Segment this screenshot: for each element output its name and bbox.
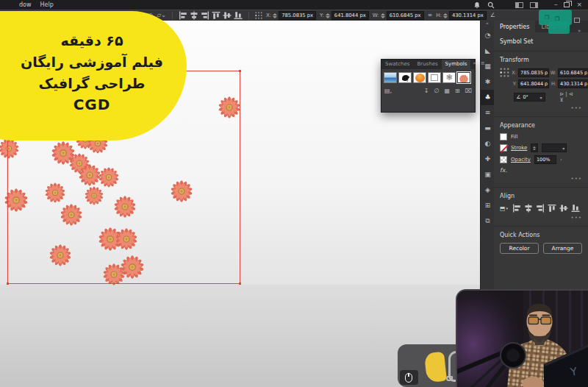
shear-icon[interactable]: ∠ xyxy=(490,12,495,19)
align-to-dropdown[interactable]: ⬒▾ xyxy=(500,205,508,212)
align-center-icon[interactable] xyxy=(190,11,198,20)
selection-handle-bottom-right[interactable] xyxy=(239,283,241,285)
symbol-libraries-icon[interactable]: ▤, xyxy=(384,88,392,95)
fill-label[interactable]: Fill xyxy=(511,134,517,140)
constrain-proportions-icon[interactable]: ∞ xyxy=(428,12,433,19)
h-field[interactable]: 430.1314 px xyxy=(449,11,487,20)
align-bottom-icon[interactable] xyxy=(571,204,580,213)
rotate-dropdown[interactable]: ∠ 0° ▾ xyxy=(514,93,545,102)
align-more-options[interactable]: ••• xyxy=(500,215,582,221)
symbol-thumb-water[interactable] xyxy=(384,72,397,83)
align-left-icon[interactable] xyxy=(179,11,187,20)
panel-menu-icon[interactable]: ≡ xyxy=(478,60,487,69)
w-value-field[interactable]: 610.6845 p xyxy=(558,68,588,77)
x-value-field[interactable]: 785.0835 p xyxy=(518,68,549,77)
panel-collapse-icon[interactable]: » xyxy=(470,60,478,69)
selection-type-label: Symbol Set xyxy=(500,38,582,45)
symbol-thumb-registration-frame[interactable] xyxy=(428,72,441,83)
stroke-weight-stepper[interactable] xyxy=(531,143,538,152)
recolor-button[interactable]: Recolor xyxy=(500,243,539,254)
symbols-panel-icon[interactable]: ♣ xyxy=(481,90,495,105)
align-bottom-icon[interactable] xyxy=(234,11,243,20)
promo-line-graphic-design: طراحی گرافیک xyxy=(3,73,181,94)
swatches-panel-icon[interactable]: ▣ xyxy=(481,167,495,182)
tab-brushes[interactable]: Brushes xyxy=(413,60,441,69)
opacity-label[interactable]: Opacity xyxy=(511,157,531,163)
transform-section-title: Transform xyxy=(500,57,582,63)
restore-button[interactable] xyxy=(564,2,570,7)
align-center-icon[interactable] xyxy=(524,204,533,213)
tab-properties[interactable]: Properties xyxy=(494,21,535,32)
y-value-field[interactable]: 641.8044 p xyxy=(518,79,549,88)
align-top-icon[interactable] xyxy=(548,204,556,213)
flip-icons[interactable]: ⊳|⊲ ⊻ xyxy=(560,91,583,103)
align-middle-icon[interactable] xyxy=(559,204,568,213)
align-right-icon[interactable] xyxy=(536,204,545,213)
document-layout-icon[interactable] xyxy=(530,2,538,8)
fill-swatch[interactable] xyxy=(500,133,507,141)
symbol-thumb-gear-outline[interactable]: ❃ xyxy=(442,72,456,83)
expand-panels-icon[interactable]: « xyxy=(481,21,494,28)
align-top-icon[interactable] xyxy=(212,11,220,20)
x-field[interactable]: 785.0835 px xyxy=(279,11,316,20)
search-icon[interactable] xyxy=(487,1,495,9)
rotate-view-panel-icon[interactable]: ◔ xyxy=(481,28,495,43)
tab-swatches[interactable]: Swatches xyxy=(381,60,413,69)
menu-window[interactable]: dow xyxy=(19,1,32,8)
symbol-thumb-ink-splatter[interactable] xyxy=(398,72,412,83)
align-middle-icon[interactable] xyxy=(223,11,232,20)
opacity-expand-icon[interactable]: › xyxy=(560,157,562,163)
workspace-switcher-icon[interactable] xyxy=(515,2,523,8)
h-stepper[interactable] xyxy=(443,13,448,18)
notifications-bell-icon[interactable] xyxy=(473,1,481,9)
export-panel-icon[interactable]: ⧉ xyxy=(481,213,495,229)
symbol-thumb-orange-sphere[interactable] xyxy=(413,72,426,83)
gradient-panel-icon[interactable]: ▬ xyxy=(481,121,495,136)
watermark-glyph: ❒ xyxy=(555,16,559,22)
minimize-button[interactable]: – xyxy=(554,1,558,8)
opacity-value-field[interactable]: 100% xyxy=(534,155,556,164)
tab-symbols[interactable]: Symbols xyxy=(442,60,471,69)
y-label: Y: xyxy=(512,81,517,87)
effects-button[interactable]: fx. xyxy=(500,167,582,174)
artboards-panel-icon[interactable]: ⊞ xyxy=(481,198,495,213)
selection-handle-top-right[interactable] xyxy=(239,70,241,72)
reference-point-icon[interactable] xyxy=(500,68,509,77)
x-stepper[interactable] xyxy=(273,13,277,18)
color-panel-icon[interactable]: ✚ xyxy=(481,152,495,167)
w-stepper[interactable] xyxy=(381,13,385,18)
place-symbol-icon[interactable]: ↧ xyxy=(424,88,429,95)
stroke-label[interactable]: Stroke xyxy=(511,145,527,151)
transform-more-options[interactable]: ••• xyxy=(500,105,582,111)
transparency-panel-icon[interactable]: ◐ xyxy=(481,136,495,152)
y-field[interactable]: 641.8044 px xyxy=(331,11,369,20)
arrange-button[interactable]: Arrange xyxy=(543,243,582,254)
symbol-options-icon[interactable]: ▦ xyxy=(445,88,451,95)
new-symbol-icon[interactable]: ⊞ xyxy=(455,88,460,95)
h-value-field[interactable]: 430.1314 p xyxy=(558,79,588,88)
stroke-swatch[interactable] xyxy=(500,144,507,152)
layers-panel-icon[interactable]: ◈ xyxy=(481,182,495,198)
double-arrow-icon[interactable]: » xyxy=(578,28,581,34)
align-right-icon[interactable] xyxy=(201,11,209,20)
break-link-icon[interactable]: ∅ xyxy=(434,88,440,95)
appearance-more-options[interactable]: ••• xyxy=(500,176,582,182)
stroke-panel-icon[interactable]: ≡ xyxy=(481,105,495,121)
shear-panel-icon[interactable]: ◣ xyxy=(481,43,495,59)
symbol-thumb-red-flower[interactable] xyxy=(457,72,470,83)
rotate-value: 0° xyxy=(523,94,528,100)
brushes-panel-icon[interactable]: ✱ xyxy=(481,74,495,90)
promo-line-brand: CGD xyxy=(3,94,181,116)
close-button[interactable]: × xyxy=(576,1,582,8)
align-left-icon[interactable] xyxy=(512,204,521,213)
reference-point-icon[interactable] xyxy=(255,12,262,19)
opacity-swatch[interactable] xyxy=(500,156,507,163)
selection-handle-bottom-left[interactable] xyxy=(7,283,9,285)
menu-help[interactable]: Help xyxy=(40,1,54,8)
y-stepper[interactable] xyxy=(326,13,330,18)
stroke-weight-dropdown[interactable]: ▾ xyxy=(542,143,567,152)
delete-symbol-icon[interactable]: ⌧ xyxy=(465,88,472,95)
h-label: H: xyxy=(550,81,557,87)
w-field[interactable]: 610.6845 px xyxy=(387,11,424,20)
panel-icon[interactable] xyxy=(574,18,580,23)
